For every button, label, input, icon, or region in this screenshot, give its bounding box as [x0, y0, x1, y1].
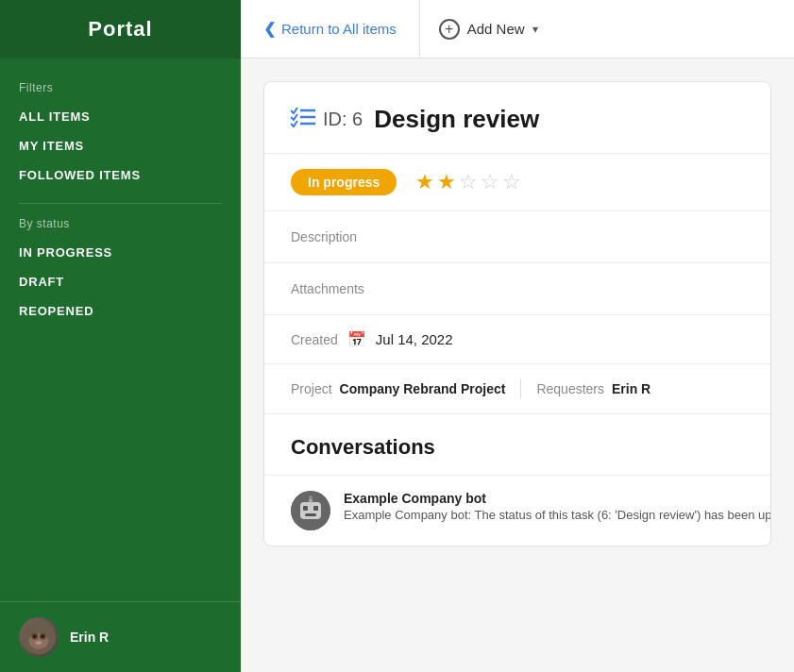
description-field: Description: [264, 211, 770, 263]
bot-message: Example Company bot Example Company bot:…: [264, 476, 770, 546]
item-title: Design review: [374, 105, 539, 134]
add-new-button[interactable]: + Add New ▾: [420, 0, 557, 58]
conversations-title: Conversations: [291, 435, 435, 459]
star-rating: ★ ★ ☆ ☆ ☆: [415, 170, 521, 194]
svg-rect-14: [303, 506, 308, 511]
status-badge: In progress: [291, 169, 397, 195]
bot-info: Example Company bot Example Company bot:…: [344, 491, 771, 522]
user-name: Erin R: [70, 630, 109, 645]
sidebar-footer: Erin R: [0, 601, 241, 672]
sidebar-item-my-items[interactable]: MY ITEMS: [19, 131, 222, 160]
sidebar-logo: Portal: [0, 0, 241, 59]
by-status-label: By status: [19, 217, 222, 230]
svg-point-6: [36, 641, 42, 644]
add-new-circle-icon: +: [439, 19, 460, 40]
attachments-field: Attachments: [264, 263, 770, 315]
avatar-image: [22, 620, 56, 654]
content-area: ID: 6 Design review In progress ★ ★ ☆ ☆ …: [241, 59, 794, 672]
svg-rect-13: [300, 502, 321, 519]
sidebar-item-draft[interactable]: DRAFT: [19, 267, 222, 296]
star-2: ★: [437, 170, 456, 194]
created-date: Jul 14, 2022: [376, 331, 453, 347]
sidebar-item-in-progress[interactable]: IN PROGRESS: [19, 238, 222, 267]
add-new-caret-icon: ▾: [532, 23, 538, 36]
bot-name: Example Company bot: [344, 491, 771, 506]
checklist-icon: [291, 107, 315, 127]
item-card: ID: 6 Design review In progress ★ ★ ☆ ☆ …: [263, 81, 771, 546]
item-id: ID: 6: [323, 109, 363, 130]
sidebar-item-all-items[interactable]: ALL ITEMS: [19, 102, 222, 131]
bot-text: Example Company bot: The status of this …: [344, 508, 771, 522]
star-5: ☆: [502, 170, 521, 194]
svg-point-18: [309, 496, 313, 499]
project-divider: [520, 379, 521, 398]
topbar: ❮ Return to All items + Add New ▾: [241, 0, 794, 59]
item-header: ID: 6 Design review: [264, 82, 770, 154]
svg-point-5: [42, 634, 44, 637]
list-icon: [291, 107, 315, 132]
back-label: Return to All items: [281, 21, 397, 37]
back-button[interactable]: ❮ Return to All items: [241, 0, 420, 58]
description-label: Description: [291, 229, 357, 244]
star-4: ☆: [481, 170, 499, 194]
sidebar-nav: Filters ALL ITEMS MY ITEMS FOLLOWED ITEM…: [0, 59, 241, 601]
item-id-block: ID: 6: [291, 107, 363, 132]
sidebar-item-reopened[interactable]: REOPENED: [19, 296, 222, 326]
status-row: In progress ★ ★ ☆ ☆ ☆: [264, 154, 770, 211]
created-label: Created: [291, 332, 338, 347]
sidebar-divider: [19, 203, 222, 204]
bot-avatar-icon: [291, 491, 330, 530]
project-value: Company Rebrand Project: [340, 381, 506, 396]
svg-point-4: [33, 634, 36, 637]
back-chevron-icon: ❮: [263, 20, 276, 38]
star-1: ★: [415, 170, 434, 194]
app-title: Portal: [88, 17, 152, 41]
svg-rect-16: [305, 513, 316, 516]
project-requesters-row: Project Company Rebrand Project Requeste…: [264, 364, 770, 414]
created-field: Created 📅 Jul 14, 2022: [264, 315, 770, 364]
main-content: ❮ Return to All items + Add New ▾: [241, 0, 794, 672]
project-label: Project: [291, 381, 332, 396]
bot-avatar: [291, 491, 330, 530]
star-3: ☆: [459, 170, 478, 194]
filters-label: Filters: [19, 81, 222, 94]
sidebar-item-followed-items[interactable]: FOLLOWED ITEMS: [19, 160, 222, 190]
sidebar: Portal Filters ALL ITEMS MY ITEMS FOLLOW…: [0, 0, 241, 672]
attachments-label: Attachments: [291, 281, 364, 296]
conversations-section: Conversations: [264, 414, 770, 476]
requesters-label: Requesters: [536, 381, 604, 396]
calendar-icon: 📅: [347, 330, 366, 348]
requesters-value: Erin R: [612, 381, 650, 396]
svg-rect-15: [313, 506, 318, 511]
add-new-label: Add New: [467, 21, 525, 37]
avatar: [19, 617, 59, 657]
